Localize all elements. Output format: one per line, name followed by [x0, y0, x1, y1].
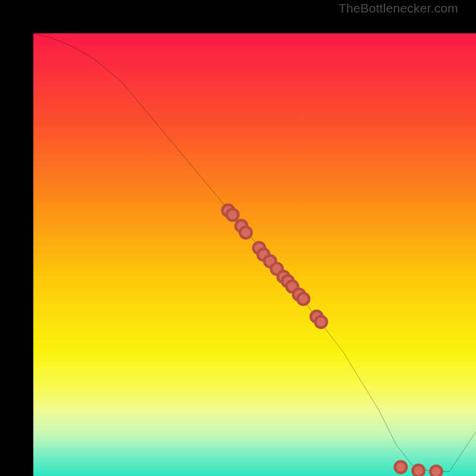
- data-marker: [298, 293, 309, 305]
- data-marker: [315, 316, 327, 327]
- data-marker: [227, 209, 238, 220]
- data-markers: [223, 205, 442, 476]
- data-marker: [240, 227, 251, 238]
- chart-frame: [0, 0, 476, 476]
- data-marker: [430, 466, 441, 476]
- data-marker: [395, 461, 406, 472]
- data-marker: [413, 465, 424, 476]
- watermark-text: TheBottlenecker.com: [339, 1, 458, 15]
- curve-svg: [33, 33, 476, 476]
- plot-area: [33, 33, 476, 476]
